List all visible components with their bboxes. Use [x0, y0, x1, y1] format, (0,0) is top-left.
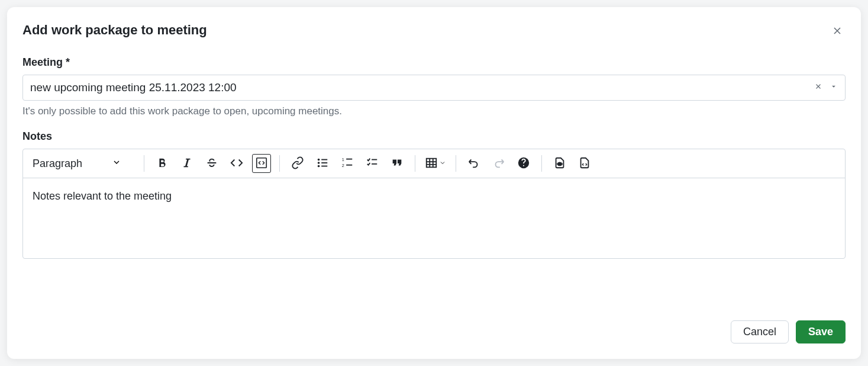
- todo-list-icon: [366, 156, 379, 171]
- cancel-button[interactable]: Cancel: [731, 320, 789, 343]
- undo-icon: [467, 156, 480, 171]
- heading-dropdown-label: Paragraph: [33, 158, 82, 170]
- code-icon: [230, 156, 243, 171]
- notes-textarea[interactable]: Notes relevant to the meeting: [23, 178, 845, 258]
- svg-rect-6: [321, 165, 327, 166]
- bold-icon: [156, 156, 169, 171]
- close-button[interactable]: [829, 23, 846, 41]
- strikethrough-button[interactable]: [202, 154, 221, 173]
- italic-icon: [180, 156, 193, 171]
- toolbar-separator: [541, 155, 542, 172]
- chevron-down-icon: [439, 159, 446, 168]
- bold-button[interactable]: [153, 154, 172, 173]
- insert-group: 12: [288, 154, 406, 173]
- svg-text:2: 2: [342, 163, 344, 168]
- history-group: [464, 154, 533, 173]
- svg-rect-10: [346, 164, 352, 165]
- help-button[interactable]: [514, 154, 533, 173]
- svg-point-1: [318, 158, 320, 160]
- svg-point-3: [318, 165, 320, 167]
- meeting-select-value: new upcoming meeting 25.11.2023 12:00: [30, 81, 812, 94]
- code-button[interactable]: [227, 154, 246, 173]
- meeting-label: Meeting *: [22, 56, 846, 69]
- view-group: [550, 154, 594, 173]
- quote-icon: [391, 156, 404, 171]
- meeting-dropdown-toggle[interactable]: [825, 80, 838, 95]
- meeting-select[interactable]: new upcoming meeting 25.11.2023 12:00: [22, 75, 846, 101]
- x-icon: [814, 82, 822, 93]
- chevron-down-icon: [112, 158, 121, 169]
- help-icon: [517, 156, 530, 171]
- rich-text-editor: Paragraph: [22, 149, 846, 259]
- link-button[interactable]: [288, 154, 307, 173]
- ordered-list-button[interactable]: 12: [338, 154, 357, 173]
- table-button[interactable]: [424, 154, 447, 173]
- modal-footer: Cancel Save: [22, 309, 846, 343]
- redo-icon: [492, 156, 505, 171]
- toolbar-separator: [415, 155, 415, 172]
- add-work-package-modal: Add work package to meeting Meeting * ne…: [7, 7, 861, 359]
- source-button[interactable]: [575, 154, 594, 173]
- strikethrough-icon: [205, 156, 218, 171]
- format-group: [153, 154, 271, 173]
- numbered-list-icon: 12: [341, 156, 354, 171]
- table-icon: [425, 156, 438, 171]
- unordered-list-button[interactable]: [313, 154, 332, 173]
- todo-list-button[interactable]: [363, 154, 382, 173]
- toolbar-separator: [279, 155, 280, 172]
- modal-header: Add work package to meeting: [22, 23, 846, 41]
- notes-field-group: Notes Paragraph: [22, 130, 846, 259]
- clear-meeting-button[interactable]: [812, 80, 825, 95]
- source-icon: [578, 156, 591, 171]
- svg-rect-9: [346, 158, 352, 159]
- italic-button[interactable]: [178, 154, 196, 173]
- table-group: [424, 154, 447, 173]
- save-button[interactable]: Save: [796, 320, 846, 343]
- editor-toolbar: Paragraph: [23, 149, 845, 178]
- svg-point-19: [559, 162, 562, 165]
- notes-label: Notes: [22, 130, 846, 143]
- meeting-field-group: Meeting * new upcoming meeting 25.11.202…: [22, 56, 846, 117]
- svg-text:1: 1: [342, 157, 344, 162]
- toolbar-separator: [456, 155, 456, 172]
- bullet-list-icon: [316, 156, 329, 171]
- close-icon: [831, 25, 843, 38]
- blockquote-button[interactable]: [388, 154, 406, 173]
- heading-dropdown[interactable]: Paragraph: [29, 155, 135, 172]
- svg-rect-0: [257, 158, 267, 168]
- redo-button[interactable]: [489, 154, 508, 173]
- svg-rect-5: [321, 162, 327, 163]
- preview-icon: [553, 156, 566, 171]
- caret-down-icon: [830, 82, 838, 93]
- svg-point-2: [318, 162, 320, 164]
- svg-rect-4: [321, 159, 327, 160]
- meeting-hint: It's only possible to add this work pack…: [22, 105, 846, 117]
- code-block-icon: [255, 156, 268, 171]
- toolbar-separator: [144, 155, 144, 172]
- link-icon: [291, 156, 304, 171]
- undo-button[interactable]: [464, 154, 483, 173]
- code-block-button[interactable]: [252, 154, 271, 173]
- svg-rect-13: [427, 158, 437, 167]
- preview-button[interactable]: [550, 154, 569, 173]
- modal-title: Add work package to meeting: [22, 23, 207, 38]
